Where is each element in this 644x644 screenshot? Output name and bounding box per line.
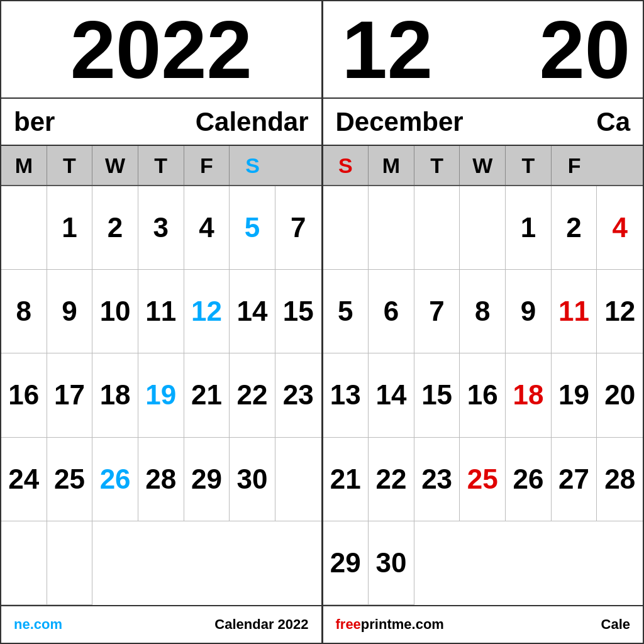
day-cell: 29	[184, 438, 230, 521]
day-cell: 4	[184, 186, 230, 270]
day-cell: 22	[230, 353, 275, 437]
right-footer-red: free	[336, 616, 361, 632]
left-footer-right: Calendar 2022	[214, 616, 308, 633]
day-cell: 1	[506, 186, 552, 270]
day-cell: 19	[138, 353, 184, 437]
left-calendar: 2022 ber Calendar M T W T F S 1 2 3 4 5 …	[1, 1, 323, 643]
day-cell: 14	[230, 270, 275, 353]
left-day-header-t1: T	[47, 146, 93, 185]
day-cell: 19	[552, 353, 597, 437]
day-cell: 22	[369, 438, 414, 521]
left-year: 2022	[70, 9, 252, 91]
day-cell: 9	[47, 270, 93, 353]
day-cell: 20	[597, 353, 643, 437]
right-calendar-label: Ca	[596, 107, 630, 137]
day-cell: 24	[1, 438, 47, 521]
right-day-header-w: W	[460, 146, 506, 185]
day-cell: 30	[230, 438, 275, 521]
day-cell: 7	[414, 270, 460, 353]
day-cell: 21	[184, 353, 230, 437]
right-footer-right: Cale	[601, 616, 630, 633]
day-cell: 5	[230, 186, 275, 270]
day-cell: 21	[323, 438, 369, 521]
right-day-header-s: S	[323, 146, 369, 185]
day-cell: 30	[369, 521, 414, 605]
day-cell: 8	[460, 270, 506, 353]
day-cell	[460, 186, 506, 270]
day-cell: 28	[597, 438, 643, 521]
day-cell: 18	[506, 353, 552, 437]
left-month-header: ber Calendar	[1, 99, 321, 146]
day-cell: 16	[460, 353, 506, 437]
day-cell: 2	[92, 186, 138, 270]
day-cell: 14	[369, 353, 414, 437]
day-cell: 16	[1, 353, 47, 437]
day-cell: 1	[47, 186, 93, 270]
right-year-row: 12 20	[323, 1, 643, 99]
day-cell: 18	[92, 353, 138, 437]
day-cell: 11	[552, 270, 597, 353]
right-month-num: 12	[336, 9, 433, 91]
page-container: 2022 ber Calendar M T W T F S 1 2 3 4 5 …	[0, 0, 644, 644]
day-cell: 26	[506, 438, 552, 521]
day-cell: 27	[552, 438, 597, 521]
right-day-header-m: M	[369, 146, 414, 185]
left-year-row: 2022	[1, 1, 321, 99]
right-footer: freeprintme.com Cale	[323, 605, 643, 643]
day-cell: 25	[460, 438, 506, 521]
right-day-header-f: F	[552, 146, 597, 185]
right-year: 20	[539, 9, 630, 91]
left-calendar-grid: 1 2 3 4 5 7 8 9 10 11 12 14 15 16 17 18 …	[1, 186, 321, 605]
day-cell	[275, 438, 321, 521]
right-month-name: December	[336, 107, 597, 137]
day-cell: 10	[92, 270, 138, 353]
day-cell: 25	[47, 438, 93, 521]
left-days-header: M T W T F S	[1, 146, 321, 186]
day-cell: 6	[369, 270, 414, 353]
day-cell: 12	[597, 270, 643, 353]
right-footer-site: freeprintme.com	[336, 616, 444, 633]
left-day-header-w: W	[92, 146, 138, 185]
right-calendar-grid: 1 2 4 5 6 7 8 9 11 12 13 14 15 16 18 19 …	[323, 186, 643, 605]
day-cell	[1, 186, 47, 270]
day-cell	[1, 521, 47, 605]
left-month-name: ber	[14, 107, 196, 137]
left-day-header-m: M	[1, 146, 47, 185]
right-day-header-t1: T	[414, 146, 460, 185]
day-cell: 9	[506, 270, 552, 353]
day-cell: 17	[47, 353, 93, 437]
day-cell: 8	[1, 270, 47, 353]
left-footer-site: ne.com	[14, 616, 62, 633]
right-footer-black: printme.com	[361, 616, 444, 632]
day-cell: 13	[323, 353, 369, 437]
day-cell: 11	[138, 270, 184, 353]
right-day-header-t2: T	[506, 146, 552, 185]
left-calendar-label: Calendar	[196, 107, 309, 137]
right-calendar: 12 20 December Ca S M T W T F 1 2 4	[323, 1, 643, 643]
left-footer: ne.com Calendar 2022	[1, 605, 321, 643]
day-cell: 29	[323, 521, 369, 605]
day-cell: 3	[138, 186, 184, 270]
day-cell	[414, 186, 460, 270]
day-cell: 15	[275, 270, 321, 353]
left-day-header-t2: T	[138, 146, 184, 185]
day-cell	[47, 521, 93, 605]
day-cell: 28	[138, 438, 184, 521]
day-cell: 23	[275, 353, 321, 437]
right-month-header: December Ca	[323, 99, 643, 146]
day-cell: 2	[552, 186, 597, 270]
day-cell: 5	[323, 270, 369, 353]
day-cell: 12	[184, 270, 230, 353]
day-cell	[323, 186, 369, 270]
day-cell: 7	[275, 186, 321, 270]
day-cell: 23	[414, 438, 460, 521]
day-cell: 15	[414, 353, 460, 437]
right-days-header: S M T W T F	[323, 146, 643, 186]
day-cell: 4	[597, 186, 643, 270]
left-day-header-f: F	[184, 146, 230, 185]
left-footer-blue: ne.com	[14, 616, 62, 632]
left-day-header-s: S	[230, 146, 275, 185]
day-cell	[369, 186, 414, 270]
day-cell: 26	[92, 438, 138, 521]
